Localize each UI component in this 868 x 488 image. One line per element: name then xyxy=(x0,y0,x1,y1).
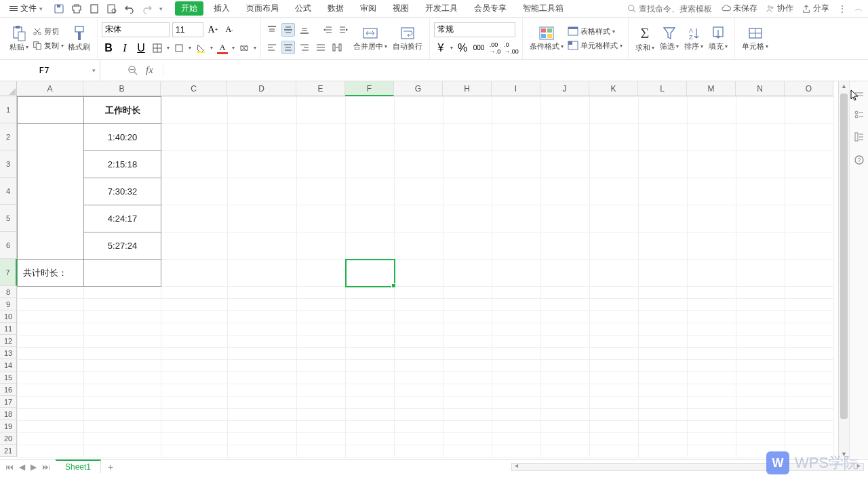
cell-F20[interactable] xyxy=(346,433,395,445)
column-headers[interactable]: ABCDEFGHIJKLMNO xyxy=(17,81,833,96)
cell-H20[interactable] xyxy=(443,433,492,445)
cell-G5[interactable] xyxy=(395,205,443,232)
qat-more-icon[interactable]: ▾ xyxy=(159,5,163,12)
cell-M10[interactable] xyxy=(688,311,736,323)
cell-N12[interactable] xyxy=(736,336,785,348)
font-color-icon[interactable]: A xyxy=(216,41,229,55)
cell-E8[interactable] xyxy=(297,287,346,299)
cell-M2[interactable] xyxy=(688,124,736,151)
cell-F13[interactable] xyxy=(346,348,395,360)
more-icon[interactable]: ⋮ xyxy=(837,3,847,14)
cell-N20[interactable] xyxy=(736,433,785,445)
row-header-13[interactable]: 13 xyxy=(0,347,17,359)
cell-O2[interactable] xyxy=(785,124,834,151)
row-header-14[interactable]: 14 xyxy=(0,359,17,371)
cell-L6[interactable] xyxy=(639,232,688,260)
cell-G16[interactable] xyxy=(395,384,443,396)
cell-A19[interactable] xyxy=(18,421,84,433)
cell-C18[interactable] xyxy=(161,409,228,421)
cell-A12[interactable] xyxy=(18,336,84,348)
cell-H17[interactable] xyxy=(443,396,492,409)
cell-N17[interactable] xyxy=(736,396,785,409)
cell-O8[interactable] xyxy=(785,287,834,299)
cell-L19[interactable] xyxy=(639,421,688,433)
cell-J18[interactable] xyxy=(541,409,590,421)
cell-F12[interactable] xyxy=(346,336,395,348)
cell-I12[interactable] xyxy=(492,336,541,348)
cell-K8[interactable] xyxy=(590,287,639,299)
cond-format-button[interactable]: 条件格式▾ xyxy=(527,26,566,52)
cell-E3[interactable] xyxy=(297,151,346,178)
cut-button[interactable]: 剪切 xyxy=(31,26,65,37)
cell-I14[interactable] xyxy=(492,360,541,372)
cell-J5[interactable] xyxy=(541,205,590,232)
cell-J11[interactable] xyxy=(541,323,590,336)
row-header-4[interactable]: 4 xyxy=(0,178,17,205)
cell-N21[interactable] xyxy=(736,445,785,458)
fill-button[interactable]: 填充▾ xyxy=(706,26,730,52)
cell-J20[interactable] xyxy=(541,433,590,445)
cell-D13[interactable] xyxy=(228,348,297,360)
cell-F19[interactable] xyxy=(346,421,395,433)
tab-insert[interactable]: 插入 xyxy=(208,1,236,16)
cell-L13[interactable] xyxy=(639,348,688,360)
cell-L17[interactable] xyxy=(639,396,688,409)
cell-M5[interactable] xyxy=(688,205,736,232)
cell-C10[interactable] xyxy=(161,311,228,323)
cell-C4[interactable] xyxy=(161,178,228,205)
cell-B18[interactable] xyxy=(84,409,161,421)
increase-decimal-icon[interactable]: .00→.0 xyxy=(488,41,502,55)
cell-F3[interactable] xyxy=(346,151,395,178)
cell-L11[interactable] xyxy=(639,323,688,336)
cell-I18[interactable] xyxy=(492,409,541,421)
cell-A2[interactable] xyxy=(18,124,84,260)
cell-C3[interactable] xyxy=(161,151,228,178)
table-style-button[interactable]: 表格样式▾ xyxy=(566,26,624,37)
col-header-H[interactable]: H xyxy=(443,81,492,96)
cell-E15[interactable] xyxy=(297,372,346,384)
cell-N2[interactable] xyxy=(736,124,785,151)
cell-I2[interactable] xyxy=(492,124,541,151)
cell-H14[interactable] xyxy=(443,360,492,372)
share-button[interactable]: 分享 xyxy=(802,3,829,14)
cell-B4[interactable]: 7:30:32 xyxy=(84,178,161,205)
col-header-I[interactable]: I xyxy=(492,81,540,96)
side-style-icon[interactable] xyxy=(854,110,865,119)
cell-E5[interactable] xyxy=(297,205,346,232)
cell-O1[interactable] xyxy=(785,97,834,124)
cell-C20[interactable] xyxy=(161,433,228,445)
cell-J9[interactable] xyxy=(541,299,590,311)
cell-L15[interactable] xyxy=(639,372,688,384)
border-icon[interactable] xyxy=(151,41,164,55)
cell-C8[interactable] xyxy=(161,287,228,299)
cell-A17[interactable] xyxy=(18,396,84,409)
bold-icon[interactable]: B xyxy=(102,41,115,55)
cell-K4[interactable] xyxy=(590,178,639,205)
col-header-D[interactable]: D xyxy=(227,81,296,96)
clear-format-icon[interactable] xyxy=(237,41,251,55)
cell-L12[interactable] xyxy=(639,336,688,348)
cell-D5[interactable] xyxy=(228,205,297,232)
cell-G1[interactable] xyxy=(395,97,443,124)
cell-M16[interactable] xyxy=(688,384,736,396)
cell-J10[interactable] xyxy=(541,311,590,323)
row-header-9[interactable]: 9 xyxy=(0,298,17,310)
justify-icon[interactable] xyxy=(314,41,328,54)
cell-M6[interactable] xyxy=(688,232,736,260)
cell-I3[interactable] xyxy=(492,151,541,178)
font-name-combo[interactable] xyxy=(102,22,170,37)
cell-C9[interactable] xyxy=(161,299,228,311)
cell-K11[interactable] xyxy=(590,323,639,336)
align-left-icon[interactable] xyxy=(265,41,279,54)
prev-sheet-icon[interactable]: ◀ xyxy=(19,462,25,472)
cell-F9[interactable] xyxy=(346,299,395,311)
row-header-12[interactable]: 12 xyxy=(0,335,17,347)
increase-font-icon[interactable]: A+ xyxy=(206,23,220,37)
cell-E9[interactable] xyxy=(297,299,346,311)
cell-N15[interactable] xyxy=(736,372,785,384)
cell-B17[interactable] xyxy=(84,396,161,409)
cell-C21[interactable] xyxy=(161,445,228,458)
cell-F4[interactable] xyxy=(346,178,395,205)
cell-I15[interactable] xyxy=(492,372,541,384)
cell-F7[interactable] xyxy=(346,260,395,287)
